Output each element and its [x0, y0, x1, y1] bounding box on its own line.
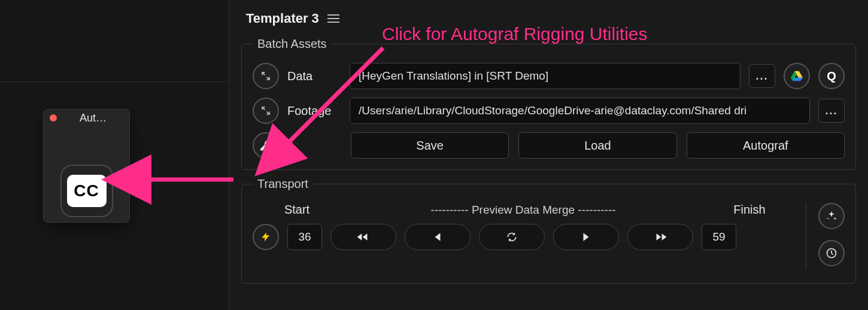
bolt-icon	[260, 230, 271, 244]
footage-row: Footage /Users/arie/Library/CloudStorage…	[253, 98, 845, 124]
google-drive-button[interactable]	[784, 63, 810, 89]
sparkle-icon	[825, 210, 837, 222]
refresh-footage-button[interactable]	[253, 98, 279, 124]
footage-field[interactable]: /Users/arie/Library/CloudStorage/GoogleD…	[350, 98, 810, 124]
panel-title: Templater 3	[246, 11, 319, 26]
clock-icon	[825, 247, 837, 259]
dock-area: Aut… CC	[0, 0, 229, 310]
transport-side-buttons	[818, 203, 845, 269]
start-value[interactable]: 36	[287, 224, 322, 250]
clock-button[interactable]	[818, 240, 845, 266]
start-label: Start	[255, 203, 339, 217]
autograf-tool-panel: Aut… CC	[43, 109, 130, 223]
panel-header: Templater 3	[229, 0, 868, 30]
data-field[interactable]: [HeyGen Translations] in [SRT Demo]	[350, 63, 740, 89]
wrench-button[interactable]	[253, 132, 279, 159]
data-row: Data [HeyGen Translations] in [SRT Demo]…	[253, 63, 845, 89]
q-icon: Q	[827, 69, 836, 83]
sparkle-button[interactable]	[818, 203, 845, 229]
refresh-merge-button[interactable]	[479, 224, 545, 250]
finish-value[interactable]: 59	[702, 224, 736, 250]
fastforward-icon	[652, 232, 668, 242]
finish-label: Finish	[708, 203, 791, 217]
prev-icon	[432, 232, 443, 242]
next-button[interactable]	[553, 224, 619, 250]
transport-group: Transport Start ---------- Preview Data …	[241, 177, 856, 284]
fastforward-button[interactable]	[627, 224, 693, 250]
cc-icon: CC	[67, 175, 107, 207]
transport-head: Start ---------- Preview Data Merge ----…	[253, 203, 794, 224]
vertical-divider	[806, 203, 806, 269]
google-drive-icon	[790, 69, 803, 83]
expand-arrows-icon	[260, 71, 271, 81]
autograf-button[interactable]: Autograf	[687, 132, 845, 159]
cycle-icon	[506, 231, 518, 243]
transport-legend: Transport	[253, 177, 313, 191]
q-button[interactable]: Q	[818, 63, 845, 89]
footage-browse-button[interactable]: ...	[818, 99, 845, 123]
refresh-data-button[interactable]	[253, 63, 279, 89]
preview-label: ---------- Preview Data Merge ----------	[339, 203, 708, 217]
batch-assets-group: Batch Assets Data [HeyGen Translations] …	[241, 37, 856, 170]
actions-row: Save Load Autograf	[253, 132, 845, 159]
play-icon	[581, 232, 591, 242]
data-label: Data	[287, 69, 341, 83]
transport-controls: 36 59	[253, 224, 794, 250]
rewind-button[interactable]	[330, 224, 396, 250]
bolt-button[interactable]	[253, 224, 279, 250]
templater-panel: Templater 3 Batch Assets Data [HeyGen Tr…	[229, 0, 868, 310]
data-browse-button[interactable]: ...	[749, 64, 775, 88]
prev-button[interactable]	[405, 224, 471, 250]
expand-arrows-icon	[260, 105, 271, 116]
footage-label: Footage	[287, 104, 341, 118]
wrench-icon	[260, 139, 272, 151]
rewind-icon	[356, 232, 371, 242]
load-button[interactable]: Load	[518, 132, 676, 159]
save-button[interactable]: Save	[351, 132, 509, 159]
mini-titlebar[interactable]: Aut…	[44, 110, 129, 126]
panel-menu-icon[interactable]	[327, 14, 339, 23]
mini-panel-title: Aut…	[63, 112, 123, 124]
batch-assets-legend: Batch Assets	[253, 37, 332, 51]
divider	[0, 81, 229, 82]
cc-button[interactable]: CC	[60, 165, 113, 217]
close-icon[interactable]	[50, 114, 57, 121]
